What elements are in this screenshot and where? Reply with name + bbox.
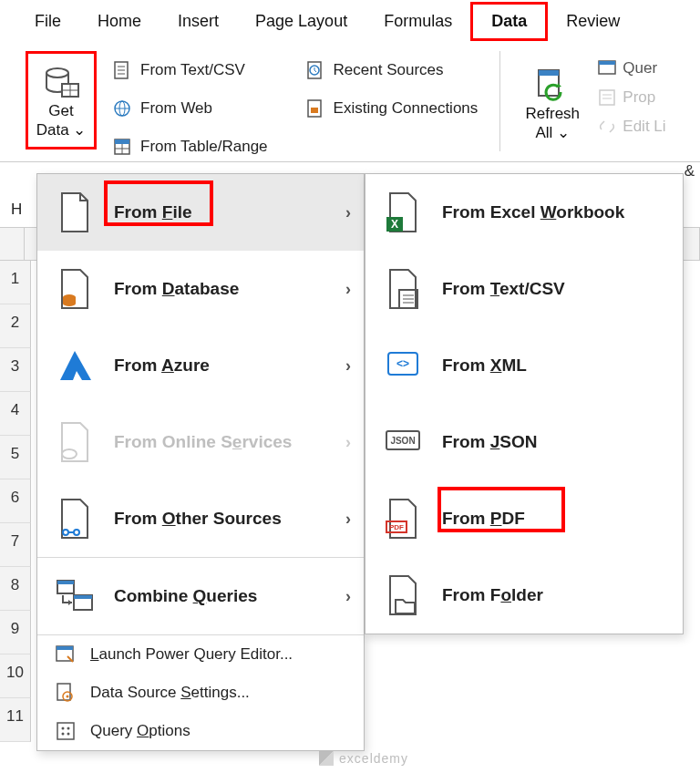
tab-formulas[interactable]: Formulas [365, 5, 470, 38]
refresh-all-label: Refresh All ⌄ [526, 105, 581, 142]
tab-page-layout[interactable]: Page Layout [237, 5, 365, 38]
menu-from-file-label: From File [114, 202, 192, 222]
text-csv-icon [111, 59, 133, 81]
chevron-right-icon: › [345, 356, 351, 376]
get-data-icon [42, 64, 80, 102]
menu-ds-settings-label: Data Source Settings... [90, 684, 250, 702]
svg-point-43 [62, 733, 65, 736]
chevron-right-icon: › [345, 280, 351, 299]
row-2[interactable]: 2 [0, 304, 31, 348]
svg-rect-23 [600, 90, 614, 105]
xml-icon: <> [382, 342, 424, 389]
row-3[interactable]: 3 [0, 348, 31, 392]
from-web-button[interactable]: From Web [108, 95, 272, 122]
properties-label: Prop [623, 88, 655, 107]
tab-review[interactable]: Review [548, 5, 638, 38]
row-10[interactable]: 10 [0, 654, 31, 698]
queries-label: Quer [623, 59, 657, 77]
svg-text:PDF: PDF [389, 523, 404, 531]
svg-text:JSON: JSON [390, 436, 415, 446]
existing-connections-label: Existing Connections [334, 99, 479, 118]
azure-icon [54, 342, 96, 389]
menu-from-other-label: From Other Sources [114, 509, 282, 529]
svg-rect-20 [539, 70, 559, 76]
get-data-label: Get Data ⌄ [36, 102, 87, 139]
submenu-from-folder[interactable]: From Folder [365, 557, 683, 634]
queries-connections-button[interactable]: Quer [597, 58, 665, 78]
row-1[interactable]: 1 [0, 261, 31, 304]
menu-combine-label: Combine Queries [114, 586, 257, 606]
refresh-all-button[interactable]: Refresh All ⌄ [519, 51, 586, 149]
row-7[interactable]: 7 [0, 523, 31, 567]
submenu-from-pdf-label: From PDF [442, 509, 525, 529]
svg-rect-22 [599, 61, 615, 65]
row-11[interactable]: 11 [0, 698, 31, 742]
from-file-submenu: X From Excel Workbook From Text/CSV <> F… [365, 173, 684, 634]
tab-file[interactable]: File [16, 5, 79, 38]
svg-point-42 [67, 727, 70, 730]
menu-from-database[interactable]: From Database › [37, 251, 364, 327]
menu-combine-queries[interactable]: Combine Queries › [37, 558, 364, 634]
menu-data-source-settings[interactable]: Data Source Settings... [37, 674, 364, 712]
menu-from-azure[interactable]: From Azure › [37, 327, 364, 404]
properties-button: Prop [597, 88, 665, 108]
watermark: exceldemy [319, 751, 408, 766]
menu-from-azure-label: From Azure [114, 356, 210, 376]
submenu-from-workbook-label: From Excel Workbook [442, 202, 624, 222]
get-data-menu: From File › From Database › From Azure ›… [36, 173, 365, 751]
menu-launch-pq-editor[interactable]: Launch Power Query Editor... [37, 635, 364, 674]
row-headers: 1 2 3 4 5 6 7 8 9 10 11 [0, 261, 31, 742]
submenu-from-xml[interactable]: <> From XML [365, 327, 683, 404]
row-5[interactable]: 5 [0, 436, 31, 479]
svg-text:<>: <> [396, 357, 409, 370]
from-web-label: From Web [140, 99, 212, 118]
get-data-button[interactable]: Get Data ⌄ [26, 51, 97, 149]
submenu-from-workbook[interactable]: X From Excel Workbook [365, 174, 683, 251]
row-4[interactable]: 4 [0, 392, 31, 436]
folder-icon [382, 572, 424, 619]
from-table-range-button[interactable]: From Table/Range [108, 133, 272, 160]
svg-rect-32 [57, 581, 74, 584]
ribbon-tabs: File Home Insert Page Layout Formulas Da… [0, 0, 700, 42]
submenu-from-json-label: From JSON [442, 432, 538, 452]
recent-sources-button[interactable]: Recent Sources [301, 57, 482, 84]
submenu-from-pdf[interactable]: PDF From PDF [365, 480, 683, 557]
recent-sources-label: Recent Sources [334, 61, 444, 79]
watermark-text: exceldemy [339, 751, 408, 766]
ribbon-more-label: & [685, 162, 695, 180]
svg-point-44 [67, 733, 70, 736]
tab-data[interactable]: Data [470, 2, 548, 41]
submenu-from-json[interactable]: JSON From JSON [365, 404, 683, 480]
svg-point-39 [67, 696, 69, 698]
q-options-icon [54, 719, 77, 743]
tab-home[interactable]: Home [79, 5, 160, 38]
chevron-right-icon: › [345, 587, 351, 606]
combine-icon [54, 572, 96, 620]
row-9[interactable]: 9 [0, 611, 31, 654]
svg-rect-36 [57, 646, 73, 650]
other-sources-icon [54, 495, 96, 542]
existing-connections-button[interactable]: Existing Connections [301, 95, 482, 122]
submenu-from-folder-label: From Folder [442, 585, 543, 605]
text-csv-file-icon [382, 265, 424, 313]
pdf-icon: PDF [382, 495, 424, 542]
tab-insert[interactable]: Insert [160, 5, 237, 38]
refresh-icon [533, 67, 571, 105]
row-6[interactable]: 6 [0, 479, 31, 523]
online-services-icon [54, 418, 96, 466]
connections-icon [304, 98, 326, 119]
from-text-csv-button[interactable]: From Text/CSV [108, 57, 272, 84]
edit-links-button: Edit Li [597, 117, 665, 137]
submenu-from-text-csv[interactable]: From Text/CSV [365, 251, 683, 327]
menu-from-file[interactable]: From File › [37, 174, 364, 251]
chevron-right-icon: › [345, 203, 351, 222]
edit-links-icon [597, 117, 617, 137]
json-icon: JSON [382, 418, 424, 466]
menu-q-options-label: Query Options [90, 722, 190, 740]
svg-rect-34 [74, 595, 92, 599]
row-8[interactable]: 8 [0, 567, 31, 611]
svg-point-41 [62, 727, 65, 730]
menu-from-other-sources[interactable]: From Other Sources › [37, 480, 364, 557]
from-table-range-label: From Table/Range [140, 138, 268, 156]
menu-query-options[interactable]: Query Options [37, 712, 364, 750]
